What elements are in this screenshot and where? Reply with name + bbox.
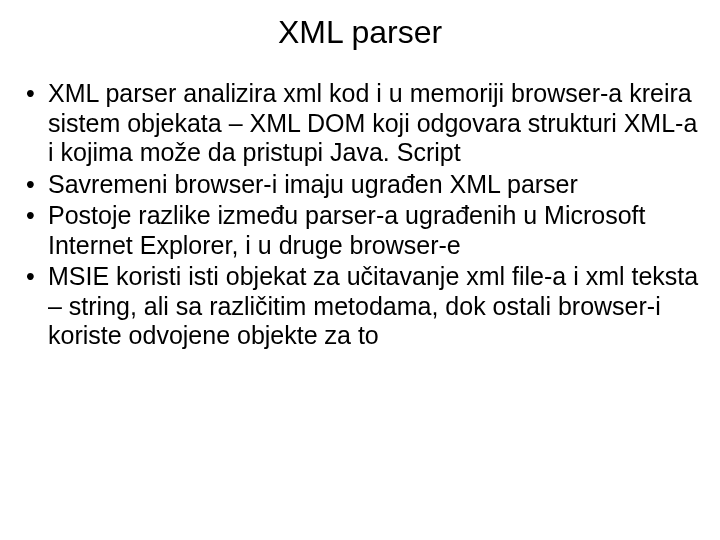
list-item: XML parser analizira xml kod i u memorij… [20, 79, 700, 168]
page-title: XML parser [20, 14, 700, 51]
list-item: Savremeni browser-i imaju ugrađen XML pa… [20, 170, 700, 200]
bullet-list: XML parser analizira xml kod i u memorij… [20, 79, 700, 351]
list-item: MSIE koristi isti objekat za učitavanje … [20, 262, 700, 351]
list-item: Postoje razlike između parser-a ugrađeni… [20, 201, 700, 260]
